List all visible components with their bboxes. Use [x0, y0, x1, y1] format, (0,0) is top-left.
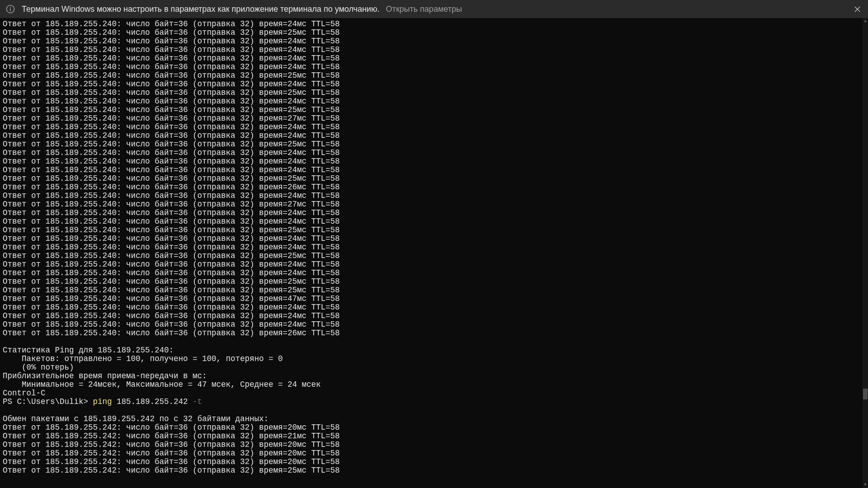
- ping-reply-line: Ответ от 185.189.255.242: число байт=36 …: [3, 423, 863, 432]
- stats-header: Статистика Ping для 185.189.255.240:: [3, 346, 863, 355]
- ping-reply-line: Ответ от 185.189.255.240: число байт=36 …: [3, 320, 863, 329]
- stats-rtt: Минимальное = 24мсек, Максимальное = 47 …: [3, 380, 863, 389]
- ping-reply-line: Ответ от 185.189.255.242: число байт=36 …: [3, 449, 863, 458]
- ping-reply-line: Ответ от 185.189.255.240: число байт=36 …: [3, 114, 863, 123]
- scrollbar-down-arrow[interactable]: ▼: [863, 482, 868, 488]
- svg-rect-2: [10, 9, 11, 11]
- blank-line: [3, 406, 863, 415]
- info-bar-text: Терминал Windows можно настроить в парам…: [22, 5, 379, 14]
- terminal-output[interactable]: Ответ от 185.189.255.240: число байт=36 …: [0, 18, 863, 488]
- ping-reply-line: Ответ от 185.189.255.240: число байт=36 …: [3, 174, 863, 183]
- ping-reply-line: Ответ от 185.189.255.240: число байт=36 …: [3, 200, 863, 209]
- ping-reply-line: Ответ от 185.189.255.240: число байт=36 …: [3, 277, 863, 286]
- scrollbar-thumb[interactable]: [863, 389, 868, 399]
- ping2-header: Обмен пакетами с 185.189.255.242 по с 32…: [3, 415, 863, 423]
- ping-reply-line: Ответ от 185.189.255.240: число байт=36 …: [3, 243, 863, 252]
- stats-rtt-header: Приблизительное время приема-передачи в …: [3, 372, 863, 380]
- ping-reply-line: Ответ от 185.189.255.240: число байт=36 …: [3, 303, 863, 312]
- ping-reply-line: Ответ от 185.189.255.240: число байт=36 …: [3, 63, 863, 71]
- ping-reply-line: Ответ от 185.189.255.240: число байт=36 …: [3, 269, 863, 277]
- ping-reply-line: Ответ от 185.189.255.240: число байт=36 …: [3, 89, 863, 97]
- ping-reply-line: Ответ от 185.189.255.242: число байт=36 …: [3, 458, 863, 466]
- ping-reply-line: Ответ от 185.189.255.240: число байт=36 …: [3, 312, 863, 320]
- ping-reply-line: Ответ от 185.189.255.240: число байт=36 …: [3, 149, 863, 157]
- ping-reply-line: Ответ от 185.189.255.242: число байт=36 …: [3, 466, 863, 475]
- close-icon: [854, 6, 860, 12]
- info-bar-close-button[interactable]: [851, 3, 863, 15]
- ping-reply-line: Ответ от 185.189.255.240: число байт=36 …: [3, 329, 863, 338]
- ping-reply-line: Ответ от 185.189.255.240: число байт=36 …: [3, 192, 863, 200]
- ping-reply-line: Ответ от 185.189.255.240: число байт=36 …: [3, 106, 863, 114]
- control-c: Control-C: [3, 389, 863, 398]
- info-icon: [5, 4, 15, 14]
- ping-reply-line: Ответ от 185.189.255.240: число байт=36 …: [3, 166, 863, 174]
- ping-reply-line: Ответ от 185.189.255.240: число байт=36 …: [3, 20, 863, 28]
- ping-reply-line: Ответ от 185.189.255.240: число байт=36 …: [3, 131, 863, 140]
- ping-reply-line: Ответ от 185.189.255.240: число байт=36 …: [3, 217, 863, 226]
- ping-reply-line: Ответ от 185.189.255.240: число байт=36 …: [3, 123, 863, 131]
- ping-reply-line: Ответ от 185.189.255.240: число байт=36 …: [3, 226, 863, 235]
- ping-reply-line: Ответ от 185.189.255.240: число байт=36 …: [3, 209, 863, 217]
- blank-line: [3, 338, 863, 346]
- ping-reply-line: Ответ от 185.189.255.240: число байт=36 …: [3, 157, 863, 166]
- ping-reply-line: Ответ от 185.189.255.240: число байт=36 …: [3, 140, 863, 149]
- info-bar: Терминал Windows можно настроить в парам…: [0, 0, 868, 18]
- ping-reply-line: Ответ от 185.189.255.240: число байт=36 …: [3, 54, 863, 63]
- ping-reply-line: Ответ от 185.189.255.240: число байт=36 …: [3, 183, 863, 192]
- stats-packets: Пакетов: отправлено = 100, получено = 10…: [3, 355, 863, 363]
- svg-point-1: [10, 7, 11, 8]
- open-settings-link[interactable]: Открыть параметры: [386, 5, 462, 14]
- ping-reply-line: Ответ от 185.189.255.240: число байт=36 …: [3, 46, 863, 54]
- ping-reply-line: Ответ от 185.189.255.240: число байт=36 …: [3, 286, 863, 295]
- ping-reply-line: Ответ от 185.189.255.240: число байт=36 …: [3, 295, 863, 303]
- scrollbar-track[interactable]: ▲ ▼: [863, 18, 868, 488]
- ping-reply-line: Ответ от 185.189.255.240: число байт=36 …: [3, 80, 863, 89]
- ping-reply-line: Ответ от 185.189.255.240: число байт=36 …: [3, 235, 863, 243]
- ping-reply-line: Ответ от 185.189.255.240: число байт=36 …: [3, 260, 863, 269]
- ping-reply-line: Ответ от 185.189.255.240: число байт=36 …: [3, 37, 863, 46]
- ping-reply-line: Ответ от 185.189.255.240: число байт=36 …: [3, 252, 863, 260]
- prompt-line[interactable]: PS C:\Users\Dulik> ping 185.189.255.242 …: [3, 398, 863, 406]
- ping-reply-line: Ответ от 185.189.255.240: число байт=36 …: [3, 97, 863, 106]
- ping-reply-line: Ответ от 185.189.255.240: число байт=36 …: [3, 28, 863, 37]
- scrollbar-up-arrow[interactable]: ▲: [863, 18, 868, 24]
- terminal-area: Ответ от 185.189.255.240: число байт=36 …: [0, 18, 868, 488]
- ping-reply-line: Ответ от 185.189.255.242: число байт=36 …: [3, 441, 863, 449]
- ping-reply-line: Ответ от 185.189.255.240: число байт=36 …: [3, 71, 863, 80]
- ping-reply-line: Ответ от 185.189.255.242: число байт=36 …: [3, 432, 863, 441]
- stats-loss: (0% потерь): [3, 363, 863, 372]
